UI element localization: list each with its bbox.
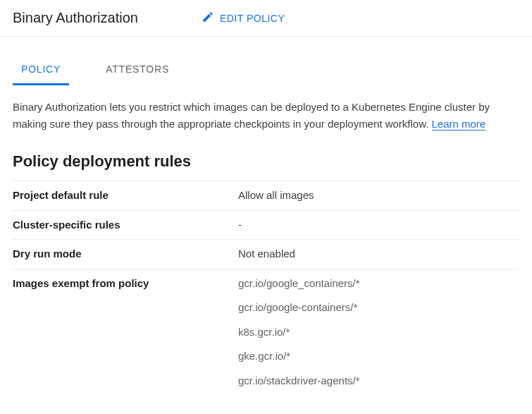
exempt-item: gke.gcr.io/* (238, 348, 519, 365)
exempt-item: gcr.io/google_containers/* (238, 276, 519, 292)
exempt-value: gcr.io/google_containers/* gcr.io/google… (238, 269, 519, 395)
table-row: Dry run mode Not enabled (13, 240, 519, 269)
exempt-list: gcr.io/google_containers/* gcr.io/google… (238, 276, 519, 389)
table-row: Project default rule Allow all images (13, 181, 519, 211)
rules-table: Project default rule Allow all images Cl… (13, 181, 519, 395)
default-rule-value: Allow all images (238, 181, 519, 211)
table-row: Images exempt from policy gcr.io/google_… (13, 269, 519, 395)
tab-policy[interactable]: POLICY (13, 56, 69, 85)
description-text: Binary Authorization lets you restrict w… (13, 99, 519, 133)
exempt-item: gcr.io/stackdriver-agents/* (238, 373, 519, 389)
learn-more-link[interactable]: Learn more (432, 118, 486, 130)
default-rule-label: Project default rule (13, 181, 238, 211)
description-body: Binary Authorization lets you restrict w… (13, 101, 490, 130)
tab-bar: POLICY ATTESTORS (0, 56, 532, 86)
dry-run-label: Dry run mode (13, 240, 238, 269)
exempt-item: gcr.io/google-containers/* (238, 300, 519, 316)
exempt-label: Images exempt from policy (13, 269, 238, 395)
cluster-rules-value: - (238, 210, 519, 240)
cluster-rules-label: Cluster-specific rules (13, 210, 238, 240)
tab-attestors[interactable]: ATTESTORS (97, 56, 178, 85)
edit-policy-button[interactable]: EDIT POLICY (202, 11, 285, 25)
table-row: Cluster-specific rules - (13, 210, 519, 240)
edit-policy-label: EDIT POLICY (220, 13, 285, 24)
exempt-item: k8s.gcr.io/* (238, 324, 519, 341)
page-header: Binary Authorization EDIT POLICY (0, 0, 532, 37)
edit-icon (202, 11, 214, 25)
content-area: Binary Authorization lets you restrict w… (0, 86, 532, 408)
page-title: Binary Authorization (13, 10, 138, 26)
dry-run-value: Not enabled (238, 240, 519, 269)
section-title: Policy deployment rules (13, 152, 519, 171)
